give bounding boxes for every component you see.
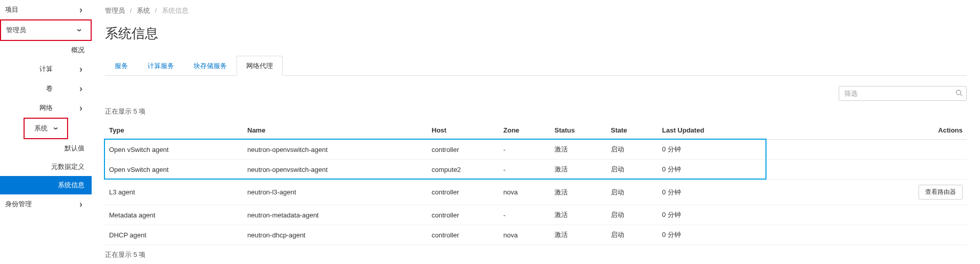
cell-last-updated: 0 分钟: [658, 225, 765, 245]
cell-zone: -: [499, 160, 550, 180]
agents-table: Type Name Host Zone Status State Last Up…: [105, 121, 967, 245]
page-title: 系统信息: [105, 25, 967, 42]
sidebar-item-network[interactable]: 网络 ›: [0, 98, 92, 118]
main-content: 管理员 / 系统 / 系统信息 系统信息 服务 计算服务 块存储服务 网络代理: [92, 0, 980, 264]
sidebar-item-sysinfo[interactable]: 系统信息: [0, 176, 92, 194]
breadcrumb-current: 系统信息: [162, 7, 188, 14]
cell-type: Open vSwitch agent: [105, 140, 243, 160]
cell-host: controller: [428, 180, 499, 205]
col-header-zone[interactable]: Zone: [499, 121, 550, 140]
tabs: 服务 计算服务 块存储服务 网络代理: [105, 56, 967, 76]
svg-line-1: [961, 94, 963, 96]
chevron-down-icon: ›: [76, 27, 83, 34]
cell-zone: nova: [499, 225, 550, 245]
breadcrumb-sep: /: [130, 7, 132, 14]
breadcrumb-sep: /: [155, 7, 157, 14]
nav-label: 概况: [71, 46, 84, 55]
cell-state: 启动: [607, 180, 658, 205]
table-caption-top: 正在显示 5 项: [105, 107, 967, 116]
cell-zone: -: [499, 205, 550, 225]
breadcrumb-item[interactable]: 系统: [137, 7, 150, 14]
nav-label: 项目: [5, 5, 18, 14]
sidebar-item-volume[interactable]: 卷 ›: [0, 79, 92, 98]
filter-input[interactable]: [839, 86, 967, 101]
cell-last-updated: 0 分钟: [658, 160, 765, 180]
cell-status: 激活: [550, 180, 607, 205]
cell-type: Open vSwitch agent: [105, 160, 243, 180]
table-row[interactable]: Metadata agentneutron-metadata-agentcont…: [105, 205, 967, 225]
cell-actions: [765, 205, 967, 225]
cell-actions: 查看路由器: [765, 180, 967, 205]
chevron-right-icon: ›: [77, 104, 84, 112]
cell-actions: [765, 225, 967, 245]
cell-state: 启动: [607, 160, 658, 180]
cell-host: compute2: [428, 160, 499, 180]
search-icon[interactable]: [955, 89, 963, 98]
sidebar-item-system[interactable]: 系统 ›: [24, 118, 68, 139]
cell-type: DHCP agent: [105, 225, 243, 245]
table-row[interactable]: L3 agentneutron-l3-agentcontrollernova激活…: [105, 180, 967, 205]
cell-status: 激活: [550, 140, 607, 160]
chevron-right-icon: ›: [77, 85, 84, 92]
cell-actions: [765, 140, 967, 160]
col-header-state[interactable]: State: [607, 121, 658, 140]
col-header-type[interactable]: Type: [105, 121, 243, 140]
col-header-host[interactable]: Host: [428, 121, 499, 140]
nav-label: 系统: [29, 124, 53, 133]
cell-type: L3 agent: [105, 180, 243, 205]
filter-box: [839, 86, 967, 101]
table-header-row: Type Name Host Zone Status State Last Up…: [105, 121, 967, 140]
chevron-right-icon: ›: [77, 201, 84, 208]
cell-state: 启动: [607, 140, 658, 160]
col-header-status[interactable]: Status: [550, 121, 607, 140]
cell-actions: [765, 160, 967, 180]
nav-label: 默认值: [65, 144, 84, 153]
nav-label: 卷: [5, 84, 77, 93]
table-wrap: Type Name Host Zone Status State Last Up…: [105, 121, 967, 245]
sidebar-item-project[interactable]: 项目 ›: [0, 0, 92, 19]
nav-label: 系统信息: [58, 181, 84, 190]
cell-status: 激活: [550, 205, 607, 225]
cell-name: neutron-metadata-agent: [243, 205, 428, 225]
table-row[interactable]: DHCP agentneutron-dhcp-agentcontrollerno…: [105, 225, 967, 245]
col-header-name[interactable]: Name: [243, 121, 428, 140]
toolbar: [105, 86, 967, 101]
breadcrumb: 管理员 / 系统 / 系统信息: [105, 6, 967, 15]
tab-block-storage[interactable]: 块存储服务: [184, 56, 237, 76]
table-row[interactable]: Open vSwitch agentneutron-openvswitch-ag…: [105, 160, 967, 180]
cell-state: 启动: [607, 205, 658, 225]
chevron-right-icon: ›: [77, 65, 84, 73]
sidebar-item-admin[interactable]: 管理员 ›: [0, 19, 92, 41]
cell-status: 激活: [550, 160, 607, 180]
sidebar-item-default[interactable]: 默认值: [0, 139, 92, 158]
sidebar-item-overview[interactable]: 概况: [0, 41, 92, 59]
cell-host: controller: [428, 140, 499, 160]
tab-compute-services[interactable]: 计算服务: [138, 56, 184, 76]
sidebar-item-metadata[interactable]: 元数据定义: [0, 158, 92, 176]
cell-name: neutron-openvswitch-agent: [243, 140, 428, 160]
chevron-down-icon: ›: [53, 125, 60, 132]
cell-host: controller: [428, 225, 499, 245]
cell-state: 启动: [607, 225, 658, 245]
nav-label: 计算: [5, 64, 77, 74]
col-header-updated[interactable]: Last Updated: [658, 121, 765, 140]
chevron-right-icon: ›: [77, 6, 84, 13]
cell-last-updated: 0 分钟: [658, 205, 765, 225]
table-caption-bottom: 正在显示 5 项: [105, 250, 967, 259]
cell-status: 激活: [550, 225, 607, 245]
view-routers-button[interactable]: 查看路由器: [919, 185, 963, 200]
nav-label: 身份管理: [5, 200, 32, 209]
tab-network-agents[interactable]: 网络代理: [237, 56, 283, 76]
tab-services[interactable]: 服务: [105, 56, 138, 76]
nav-label: 元数据定义: [51, 162, 84, 171]
cell-type: Metadata agent: [105, 205, 243, 225]
breadcrumb-item[interactable]: 管理员: [105, 7, 125, 14]
cell-name: neutron-dhcp-agent: [243, 225, 428, 245]
nav-label: 网络: [5, 103, 77, 113]
cell-host: controller: [428, 205, 499, 225]
sidebar-item-compute[interactable]: 计算 ›: [0, 59, 92, 79]
cell-last-updated: 0 分钟: [658, 140, 765, 160]
table-row[interactable]: Open vSwitch agentneutron-openvswitch-ag…: [105, 140, 967, 160]
cell-name: neutron-openvswitch-agent: [243, 160, 428, 180]
sidebar-item-identity[interactable]: 身份管理 ›: [0, 194, 92, 214]
